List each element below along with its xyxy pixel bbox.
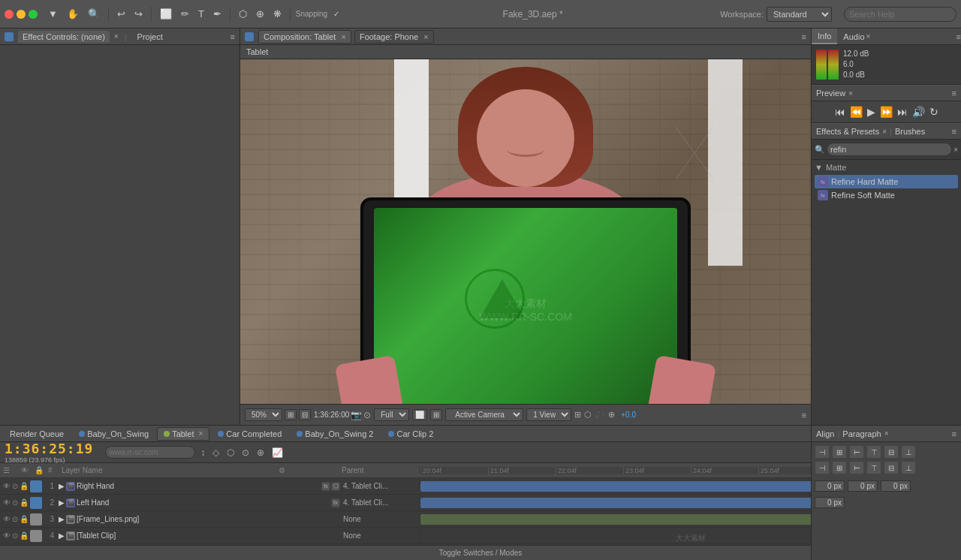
dist-bottom-btn[interactable]: ⊥: [901, 461, 916, 474]
layer-2-solo[interactable]: ⊙: [12, 498, 18, 507]
baby-swing2-tab[interactable]: Baby_On_Swing 2: [290, 427, 380, 441]
jump-start-btn[interactable]: ⏮: [835, 106, 845, 118]
align-menu[interactable]: ≡: [952, 429, 956, 438]
camera-select[interactable]: Active Camera: [445, 408, 523, 421]
tablet-tab[interactable]: Tablet ×: [157, 427, 209, 441]
timecode-display[interactable]: 1:36:26:00: [314, 411, 349, 419]
layer-2-parent[interactable]: 4. Tablet Cli...: [342, 498, 417, 507]
snap-toggle[interactable]: ✓: [330, 8, 342, 20]
audio-btn[interactable]: 🔊: [912, 106, 925, 118]
search-input[interactable]: [844, 7, 956, 22]
car-completed-tab[interactable]: Car Completed: [211, 427, 288, 441]
layer-3-parent[interactable]: None: [342, 515, 417, 523]
grid-btn[interactable]: ⊞: [430, 409, 442, 420]
dist-vcenter-btn[interactable]: ⊟: [884, 461, 899, 474]
info-tab[interactable]: Info: [812, 29, 837, 44]
info-panel-menu[interactable]: ≡: [956, 32, 961, 41]
layer-3-eye[interactable]: 👁: [3, 515, 11, 523]
preview-menu[interactable]: ≡: [952, 89, 956, 98]
tl-marker-btn[interactable]: ◇: [210, 447, 221, 459]
layer-4-eye[interactable]: 👁: [3, 531, 11, 540]
shape-tool[interactable]: ✒: [210, 7, 224, 21]
tl-track-btn[interactable]: ⊕: [255, 447, 267, 459]
current-timecode[interactable]: 1:36:25:19: [5, 441, 93, 456]
layer-2-sw-1[interactable]: fx: [331, 498, 340, 507]
text-tool[interactable]: T: [195, 7, 207, 21]
layer-4-expand[interactable]: ▶: [59, 531, 65, 540]
safe-margins-btn[interactable]: ⊞: [574, 410, 581, 420]
para-input-1[interactable]: [815, 480, 845, 492]
jump-end-btn[interactable]: ⏭: [897, 106, 908, 118]
loop-btn[interactable]: ↻: [929, 106, 938, 118]
view-options-btn[interactable]: ⊙: [363, 410, 371, 420]
align-vcenter-btn[interactable]: ⊟: [884, 445, 899, 459]
car-clip2-tab[interactable]: Car Clip 2: [381, 427, 440, 441]
layer-4-name[interactable]: [Tablet Clip]: [77, 531, 339, 540]
tablet-close[interactable]: ×: [198, 429, 203, 438]
tl-roto-btn[interactable]: ⊙: [239, 447, 252, 459]
composition-tab[interactable]: Composition: Tablet ×: [258, 30, 351, 44]
align-layers-btn[interactable]: ⊕: [608, 410, 615, 420]
roto-tool[interactable]: ⊕: [253, 7, 267, 21]
preview-close[interactable]: ×: [848, 89, 853, 98]
workspace-select[interactable]: Standard: [767, 7, 832, 22]
matte-expand-icon[interactable]: ▼: [815, 163, 823, 172]
zoom-select[interactable]: 50%: [245, 408, 282, 421]
zoom-tool[interactable]: 🔍: [85, 7, 103, 21]
layer-3-lock[interactable]: 🔒: [20, 515, 29, 523]
layer-4-lock[interactable]: 🔒: [20, 531, 29, 540]
layer-1-expand[interactable]: ▶: [59, 482, 65, 490]
para-input-2[interactable]: [848, 480, 878, 492]
project-tab[interactable]: Project: [133, 31, 167, 43]
layer-2-expand[interactable]: ▶: [59, 498, 65, 507]
refine-hard-matte-item[interactable]: fx Refine Hard Matte: [815, 175, 958, 188]
puppet-tool[interactable]: ⬡: [236, 7, 250, 21]
align-right-btn[interactable]: ⊢: [849, 445, 864, 459]
layer-3-expand[interactable]: ▶: [59, 515, 65, 523]
camera-tool[interactable]: ❋: [270, 7, 285, 21]
footage-tab-close[interactable]: ×: [423, 32, 428, 41]
quality-select[interactable]: Full: [374, 408, 409, 421]
effects-menu[interactable]: ≡: [952, 127, 956, 136]
tl-blend-btn[interactable]: ⬡: [224, 447, 236, 459]
camera-options-btn[interactable]: 🎥: [595, 410, 605, 420]
view-select[interactable]: 1 View: [526, 408, 571, 421]
layer-2-eye[interactable]: 👁: [3, 498, 11, 507]
audio-tab-close[interactable]: ×: [866, 32, 871, 41]
play-btn[interactable]: ▶: [867, 106, 875, 118]
dist-right-btn[interactable]: ⊢: [849, 461, 864, 474]
select-tool[interactable]: ▼: [45, 7, 61, 21]
dist-left-btn[interactable]: ⊣: [815, 461, 830, 474]
dist-top-btn[interactable]: ⊤: [866, 461, 881, 474]
tl-graph-btn[interactable]: 📈: [270, 447, 285, 459]
paragraph-close[interactable]: ×: [884, 429, 889, 438]
layer-1-lock[interactable]: 🔒: [20, 482, 29, 490]
effects-search-clear[interactable]: ×: [953, 146, 958, 154]
layer-4-parent[interactable]: None: [342, 531, 417, 540]
layer-1-eye[interactable]: 👁: [3, 482, 11, 490]
viewer-panel-menu[interactable]: ≡: [802, 411, 806, 420]
layer-2-name[interactable]: Left Hand: [77, 498, 330, 507]
render-queue-tab[interactable]: Render Queue: [3, 427, 71, 441]
layer-2-lock[interactable]: 🔒: [20, 498, 29, 507]
baby-on-swing-tab[interactable]: Baby_On_Swing: [72, 427, 155, 441]
para-input-4[interactable]: [815, 497, 845, 508]
footage-tab[interactable]: Footage: Phone ×: [354, 30, 434, 44]
layer-1-color[interactable]: [30, 480, 42, 492]
viewer-menu[interactable]: ≡: [802, 32, 806, 41]
paragraph-tab[interactable]: Paragraph: [842, 429, 881, 438]
layer-4-solo[interactable]: ⊙: [12, 531, 18, 540]
fit-button[interactable]: ⊞: [285, 409, 297, 420]
snapshot-btn[interactable]: 📷: [351, 410, 362, 420]
align-bottom-btn[interactable]: ⊥: [901, 445, 916, 459]
para-input-3[interactable]: [881, 480, 911, 492]
zoom-out-button[interactable]: ⊟: [299, 409, 311, 420]
maximize-button[interactable]: [29, 10, 38, 19]
tl-parent-btn[interactable]: ↕: [198, 447, 207, 459]
composition-tab-close[interactable]: ×: [341, 32, 345, 41]
effects-search-input[interactable]: [827, 143, 952, 156]
layer-4-color[interactable]: [30, 530, 42, 542]
layer-3-color[interactable]: [30, 513, 42, 525]
align-hcenter-btn[interactable]: ⊞: [832, 445, 847, 459]
layer-3-solo[interactable]: ⊙: [12, 515, 18, 523]
